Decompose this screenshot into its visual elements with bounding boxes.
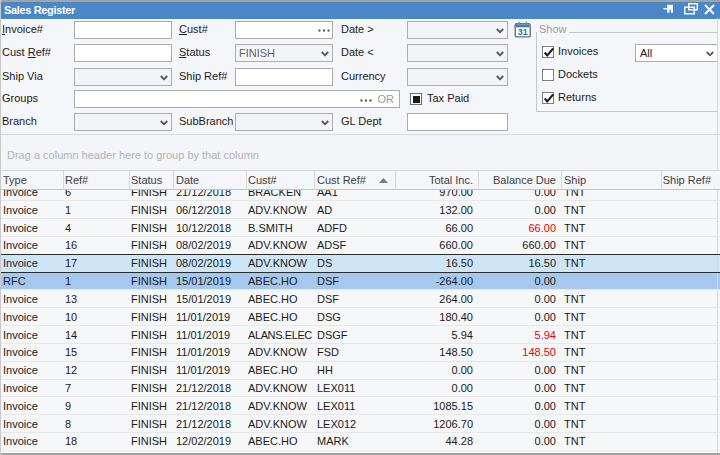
svg-text:31: 31 [518,27,528,37]
